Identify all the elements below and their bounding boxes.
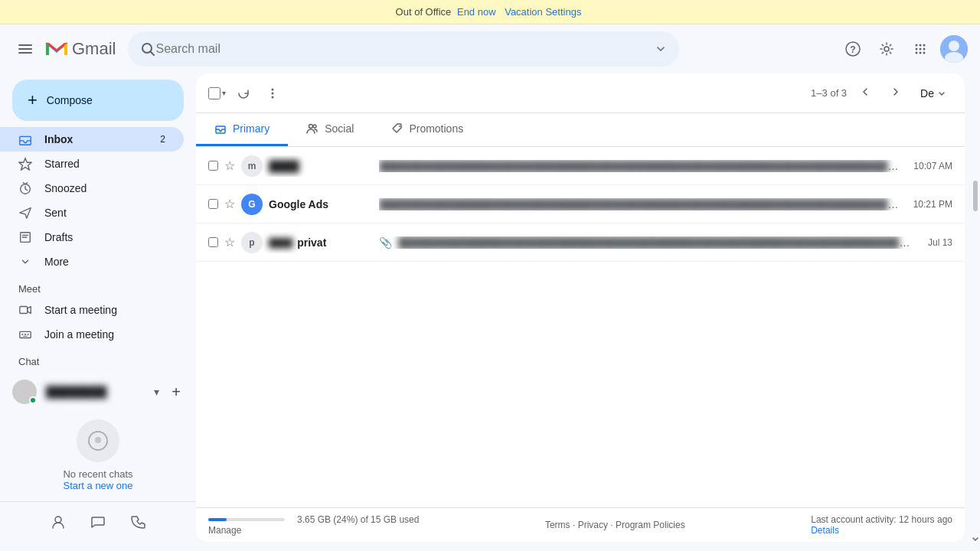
settings-button[interactable] [873, 35, 900, 63]
chevron-left-icon [859, 86, 871, 98]
sidebar-item-starred[interactable]: Starred [0, 152, 184, 176]
manage-storage-link[interactable]: Manage [208, 525, 419, 536]
email-row[interactable]: ☆ m ████ ███████████████████████████████… [196, 147, 965, 185]
toolbar-left: ▾ [208, 80, 286, 106]
sidebar-item-drafts[interactable]: Drafts [0, 225, 184, 249]
inbox-icon [18, 132, 32, 146]
more-vertical-icon [266, 86, 279, 100]
join-meeting-label: Join a meeting [44, 328, 114, 341]
tab-social[interactable]: Social [288, 113, 372, 146]
sidebar-item-snoozed[interactable]: Snoozed [0, 176, 184, 201]
svg-point-40 [399, 126, 400, 127]
svg-point-38 [309, 125, 313, 129]
email-star-3[interactable]: ☆ [224, 235, 235, 249]
start-new-chat-link[interactable]: Start a new one [63, 480, 132, 491]
chat-bubble-icon [87, 430, 109, 452]
star-icon [18, 157, 32, 171]
svg-rect-26 [22, 334, 24, 335]
svg-point-36 [272, 96, 274, 98]
settings-label: De [920, 87, 934, 99]
menu-icon [18, 42, 32, 56]
inbox-label: Inbox [44, 133, 73, 145]
vacation-settings-link[interactable]: Vacation Settings [505, 6, 581, 18]
contacts-icon-button[interactable] [44, 508, 72, 536]
search-input[interactable] [155, 42, 648, 56]
more-actions-button[interactable] [260, 80, 286, 106]
chat-section-label: Chat [0, 347, 196, 370]
prev-page-button[interactable] [853, 80, 877, 106]
storage-bar-fill [208, 518, 227, 521]
scrollbar-thumb[interactable] [973, 181, 978, 211]
email-row[interactable]: ☆ p ████ privat 📎 ██████████████████████… [196, 223, 965, 262]
email-checkbox-3[interactable] [208, 237, 218, 247]
svg-point-34 [272, 88, 274, 90]
svg-rect-0 [18, 44, 32, 46]
grid-icon [913, 41, 928, 57]
chat-add-button[interactable]: + [168, 380, 184, 404]
email-sender-avatar-3: p [241, 232, 263, 253]
no-chats-icon [77, 419, 119, 462]
tab-promotions[interactable]: Promotions [372, 113, 482, 146]
people-icon [306, 122, 318, 135]
email-star-2[interactable]: ☆ [224, 197, 235, 211]
footer-left: 3.65 GB (24%) of 15 GB used Manage [208, 514, 419, 536]
gmail-m-icon [44, 40, 69, 58]
density-settings-button[interactable]: De [914, 84, 952, 103]
svg-point-14 [916, 52, 918, 54]
inbox-tab-icon [214, 122, 227, 135]
select-all-checkbox-container: ▾ [208, 87, 227, 99]
tab-primary[interactable]: Primary [196, 113, 288, 146]
chat-dropdown-icon: ▾ [154, 386, 159, 398]
avatar[interactable] [940, 35, 968, 63]
svg-point-32 [95, 437, 101, 443]
next-page-button[interactable] [884, 80, 908, 106]
sidebar-item-more[interactable]: More [0, 249, 184, 274]
privacy-link[interactable]: Privacy [578, 520, 608, 530]
phone-icon-button[interactable] [124, 508, 152, 536]
avatar-icon [940, 35, 968, 63]
refresh-button[interactable] [230, 80, 256, 106]
apps-button[interactable] [906, 35, 934, 63]
terms-link[interactable]: Terms [545, 520, 570, 530]
scrollbar-down-arrow[interactable] [972, 533, 979, 545]
end-now-link[interactable]: End now [457, 6, 496, 18]
chat-icon-button[interactable] [84, 508, 112, 536]
sidebar-item-sent[interactable]: Sent [0, 201, 184, 225]
sidebar-item-inbox[interactable]: Inbox 2 [0, 127, 184, 152]
inbox-badge: 2 [160, 134, 165, 145]
email-star-1[interactable]: ☆ [224, 158, 235, 173]
select-dropdown-button[interactable]: ▾ [220, 87, 227, 99]
sidebar-item-start-meeting[interactable]: Start a meeting [0, 298, 184, 322]
drafts-label: Drafts [44, 231, 73, 243]
hamburger-button[interactable] [12, 36, 38, 62]
compose-button[interactable]: + Compose [12, 80, 184, 121]
svg-rect-27 [24, 334, 26, 335]
sidebar-item-join-meeting[interactable]: Join a meeting [0, 322, 184, 347]
program-policies-link[interactable]: Program Policies [616, 520, 685, 530]
attachment-icon: 📎 [379, 236, 392, 249]
email-checkbox-1[interactable] [208, 161, 218, 171]
email-sender-avatar-2: G [241, 194, 263, 215]
search-button[interactable] [140, 41, 155, 57]
email-subject-preview-3: 📎 ██████████████████████████████████████… [379, 236, 916, 249]
dropdown-arrow-icon [937, 89, 946, 98]
help-button[interactable]: ? [839, 35, 867, 63]
meet-section-label: Meet [0, 274, 196, 298]
select-all-checkbox[interactable] [208, 87, 220, 99]
sent-label: Sent [44, 207, 67, 219]
chat-user-row[interactable]: ████████ ▾ + [0, 377, 196, 407]
svg-text:?: ? [850, 44, 855, 55]
storage-text: 3.65 GB (24%) of 15 GB used [297, 514, 419, 525]
email-tabs: Primary Social Promotions [196, 113, 965, 147]
chevron-down-icon [972, 535, 979, 543]
page-info: 1–3 of 3 [811, 87, 847, 99]
help-icon: ? [845, 41, 861, 57]
email-checkbox-2[interactable] [208, 199, 218, 209]
svg-point-16 [923, 52, 926, 54]
email-subject-preview-2: ████████████████████████████████████████… [379, 198, 901, 210]
chevron-down-icon [655, 43, 667, 55]
chevron-down-icon [18, 255, 32, 269]
search-filter-button[interactable] [655, 43, 667, 55]
details-link[interactable]: Details [811, 525, 839, 536]
email-row[interactable]: ☆ G Google Ads █████████████████████████… [196, 185, 965, 223]
